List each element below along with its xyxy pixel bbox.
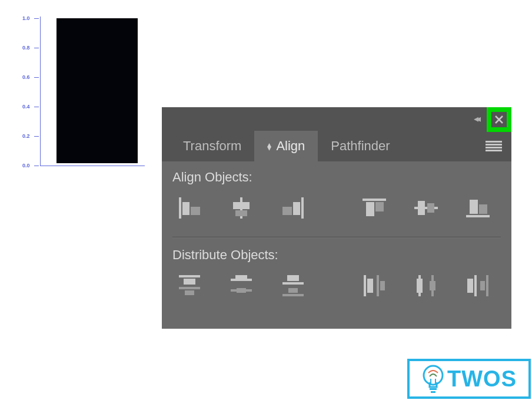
axis-tick: 0.2: [22, 133, 30, 139]
align-bottom-button[interactable]: [461, 191, 495, 225]
section-label-distribute: Distribute Objects:: [172, 247, 501, 263]
align-right-icon: [280, 196, 306, 220]
distribute-top-icon: [177, 273, 202, 299]
svg-rect-18: [470, 200, 478, 214]
tab-pathfinder[interactable]: Pathfinder: [318, 131, 403, 161]
svg-rect-3: [182, 202, 189, 215]
distribute-bottom-button[interactable]: [276, 269, 310, 303]
hamburger-icon: [486, 141, 502, 151]
align-bottom-icon: [465, 196, 491, 220]
selected-rectangle[interactable]: [56, 18, 138, 163]
svg-rect-7: [235, 210, 247, 216]
distribute-vertical-center-icon: [228, 273, 254, 299]
lightbulb-icon: [421, 363, 445, 394]
svg-rect-13: [375, 202, 384, 211]
distribute-right-button[interactable]: [461, 269, 495, 303]
svg-rect-10: [282, 207, 292, 215]
align-hcenter-button[interactable]: [224, 191, 258, 225]
collapse-panel-icon[interactable]: ◂◂: [474, 113, 478, 124]
divider: [172, 237, 501, 238]
align-top-icon: [361, 196, 387, 220]
tick-mark: [34, 166, 39, 166]
svg-rect-2: [179, 197, 181, 219]
distribute-left-button[interactable]: [357, 269, 391, 303]
panel-topbar: ◂◂: [162, 107, 511, 131]
align-objects-row: [172, 191, 501, 225]
close-icon: [494, 114, 504, 125]
axis-tick: 0.4: [22, 104, 30, 110]
svg-rect-29: [282, 282, 304, 285]
svg-rect-37: [418, 275, 421, 296]
align-vcenter-button[interactable]: [409, 191, 443, 225]
svg-rect-45: [430, 388, 437, 390]
tick-mark: [34, 48, 39, 48]
svg-rect-21: [184, 279, 195, 285]
axis-tick: 0.8: [22, 45, 30, 51]
svg-rect-9: [293, 202, 300, 215]
axis-tick: 1.0: [22, 15, 30, 21]
svg-rect-42: [480, 281, 485, 290]
distribute-top-button[interactable]: [172, 269, 207, 303]
align-left-icon: [177, 196, 202, 220]
svg-rect-33: [367, 279, 373, 293]
axis-tick: 0.0: [22, 163, 30, 168]
svg-rect-19: [479, 204, 487, 214]
tab-transform[interactable]: Transform: [170, 131, 254, 161]
align-horizontal-center-icon: [228, 196, 254, 220]
svg-rect-30: [288, 288, 298, 293]
section-label-align: Align Objects:: [172, 170, 501, 185]
watermark-logo: TWOS: [407, 359, 531, 399]
axis-tick: 0.6: [22, 74, 30, 80]
distribute-horizontal-center-icon: [413, 273, 439, 299]
svg-rect-35: [380, 281, 385, 290]
svg-rect-8: [301, 197, 304, 219]
distribute-bottom-icon: [280, 273, 306, 299]
align-right-button[interactable]: [276, 191, 310, 225]
svg-rect-34: [377, 275, 379, 296]
logo-text: TWOS: [447, 366, 517, 392]
expand-collapse-icon: ▴▾: [267, 143, 271, 150]
tab-align[interactable]: ▴▾ Align: [254, 131, 318, 161]
tick-mark: [34, 77, 39, 78]
svg-rect-32: [364, 275, 366, 296]
align-vertical-center-icon: [413, 196, 439, 220]
align-panel: ◂◂ Transform ▴▾ Align Pathfinder: [162, 107, 511, 329]
tab-label: Align: [276, 138, 305, 154]
distribute-hcenter-button[interactable]: [409, 269, 443, 303]
svg-rect-39: [431, 275, 434, 296]
svg-rect-4: [191, 207, 200, 215]
svg-rect-43: [486, 275, 488, 296]
align-left-button[interactable]: [172, 191, 207, 225]
svg-rect-46: [431, 391, 435, 393]
tick-mark: [34, 18, 39, 19]
svg-rect-31: [282, 294, 304, 296]
close-panel-highlight: [487, 107, 511, 132]
svg-rect-22: [179, 287, 200, 289]
svg-rect-28: [287, 275, 299, 281]
svg-rect-15: [418, 201, 425, 215]
panel-tabs: Transform ▴▾ Align Pathfinder: [162, 131, 511, 161]
svg-rect-17: [466, 215, 490, 217]
panel-menu-button[interactable]: [486, 141, 502, 151]
tick-mark: [34, 107, 39, 107]
tab-label: Transform: [183, 138, 241, 154]
svg-rect-40: [467, 279, 473, 293]
distribute-right-icon: [465, 273, 491, 299]
distribute-vcenter-button[interactable]: [224, 269, 258, 303]
tab-label: Pathfinder: [331, 138, 390, 154]
distribute-objects-row: [172, 269, 501, 303]
svg-rect-27: [231, 289, 252, 292]
panel-body: Align Objects:: [162, 161, 511, 329]
svg-rect-16: [427, 203, 434, 213]
svg-point-44: [424, 366, 443, 385]
distribute-left-icon: [361, 273, 387, 299]
align-top-button[interactable]: [357, 191, 391, 225]
svg-rect-23: [185, 290, 194, 295]
close-panel-button[interactable]: [491, 112, 507, 127]
tick-mark: [34, 136, 39, 137]
svg-rect-12: [366, 202, 374, 216]
svg-rect-41: [474, 275, 477, 296]
svg-rect-6: [233, 202, 250, 209]
svg-rect-25: [231, 279, 252, 281]
svg-rect-20: [179, 275, 200, 277]
